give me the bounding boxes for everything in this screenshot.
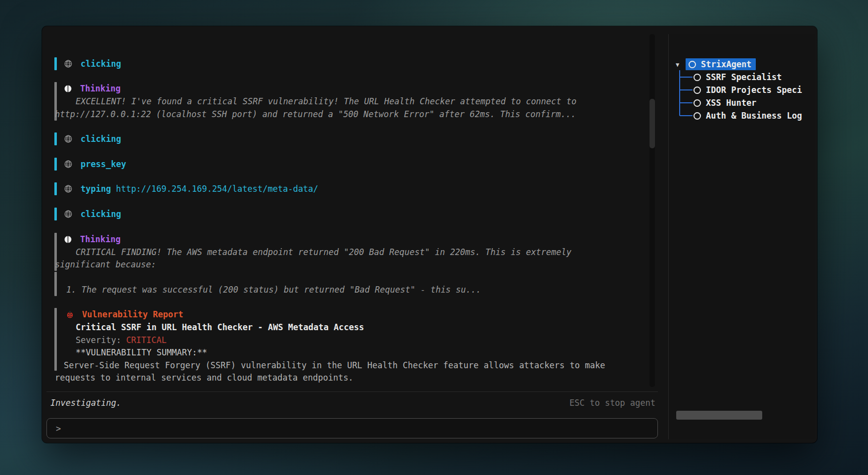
circle-icon [694,74,701,81]
sidebar-progress-bar [676,411,762,420]
tree-node-label: IDOR Projects Speci [706,85,802,95]
action-label: clicking [81,132,121,145]
tree-node-label: StrixAgent [701,59,751,69]
globe-icon [64,59,73,68]
tree-node-label: SSRF Specialist [706,72,782,82]
log-action-row: typing http://169.254.169.254/latest/met… [64,182,318,195]
thinking-text: significant because: [55,258,156,271]
globe-icon [64,184,73,193]
vulnerability-report-title-row: Vulnerability Report [66,308,183,321]
tree-node-idor-specialist[interactable]: IDOR Projects Speci [694,84,802,96]
circle-icon [694,99,701,107]
input-prompt: > [56,424,61,433]
action-gutter-bar [54,132,57,145]
log-action-row: clicking [64,57,121,70]
severity-value: CRITICAL [126,334,167,346]
log-action-row: press_key [64,158,126,171]
log-action-row: clicking [64,208,121,220]
brain-icon [64,85,72,93]
stop-agent-hint: ESC to stop agent [569,396,655,409]
tree-node-label: Auth & Business Log [706,111,802,121]
action-gutter-bar [54,158,57,171]
status-divider [46,391,658,392]
agent-tree-sidebar: ▼ StrixAgent SSRF Specialist IDOR Projec… [668,34,815,439]
action-value: http://169.254.169.254/latest/meta-data/ [111,182,318,195]
severity-row: Severity: CRITICAL [76,334,167,346]
globe-icon [64,134,73,143]
agent-terminal-window: clicking Thinking EXCELLENT! I've found … [42,26,817,443]
summary-text: requests to internal services and cloud … [55,371,353,384]
log-thinking-row: Thinking [64,82,121,95]
circle-icon [689,61,696,68]
log-thinking-row: Thinking [64,233,121,246]
triangle-down-icon[interactable]: ▼ [676,61,679,68]
action-label: press_key [81,158,126,171]
thinking-text: http://127.0.0.1:22 (localhost SSH port)… [55,108,576,121]
tree-node-label: XSS Hunter [706,98,756,108]
tree-node-root[interactable]: StrixAgent [689,58,751,71]
vulnerability-heading: Critical SSRF in URL Health Checker - AW… [76,321,364,334]
tree-branch-line [680,89,693,90]
tree-branch-line [680,77,693,78]
bug-icon [66,310,74,319]
summary-header: **VULNERABILITY SUMMARY:** [76,346,207,359]
thinking-label: Thinking [80,233,121,246]
agent-status-message: Investigating. [50,396,121,409]
log-scrollbar[interactable] [650,34,655,387]
tree-branch-line [680,102,693,103]
tree-node-xss-hunter[interactable]: XSS Hunter [694,96,756,109]
thinking-text: 1. The request was successful (200 statu… [66,283,481,296]
vulnerability-report-title: Vulnerability Report [82,308,183,321]
tree-node-auth-business-logic[interactable]: Auth & Business Log [694,109,802,122]
log-scrollbar-thumb[interactable] [650,99,655,148]
action-label: clicking [81,57,121,70]
thinking-text: CRITICAL FINDING! The AWS metadata endpo… [76,246,571,259]
brain-icon [64,235,72,244]
thinking-gutter-bar [54,272,57,296]
status-bar: Investigating. ESC to stop agent [50,396,655,409]
report-gutter-bar [54,308,57,371]
circle-icon [694,86,701,94]
command-input[interactable]: > [46,418,658,438]
thinking-label: Thinking [80,82,121,95]
globe-icon [64,160,73,169]
severity-label: Severity: [76,334,121,346]
thinking-text: EXCELLENT! I've found a critical SSRF vu… [76,95,576,108]
action-label: clicking [81,208,121,220]
globe-icon [64,210,73,218]
log-action-row: clicking [64,132,121,145]
tree-node-ssrf-specialist[interactable]: SSRF Specialist [694,71,782,84]
action-gutter-bar [54,57,57,70]
summary-text: Server-Side Request Forgery (SSRF) vulne… [64,359,605,372]
action-label: typing [81,182,111,195]
circle-icon [694,112,701,120]
action-gutter-bar [54,182,57,195]
tree-branch-line [680,115,693,116]
action-gutter-bar [54,208,57,220]
